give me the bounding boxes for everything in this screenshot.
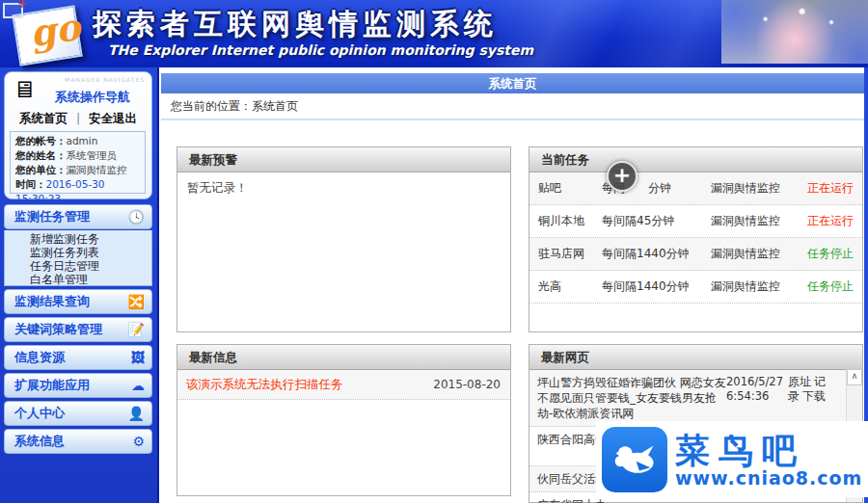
sidebar-item-label: 信息资源	[14, 350, 65, 364]
unit-row: 您的单位：漏洞舆情监控	[15, 163, 140, 177]
clock-icon: 🕓	[128, 205, 145, 228]
news-message: 该演示系统无法执行扫描任务	[177, 377, 433, 393]
task-management-submenu: 新增监测任务 监测任务列表 任务日志管理 白名单管理	[4, 230, 152, 286]
task-unit: 漏洞舆情监控	[711, 246, 807, 262]
status-badge: 正在运行	[807, 213, 862, 229]
latest-alerts-header: 最新预警	[177, 147, 510, 172]
watermark-text: 菜鸟吧 www.cniao8.com	[675, 432, 862, 488]
app-header: + go 探索者互联网舆情监测系统 THe Explorer Internet …	[0, 0, 868, 67]
nav-panel: 🖥 MANAGER NAVIGATES 系统操作导航 系统首页|安全退出 您的帐…	[4, 71, 152, 199]
page-time: 6:54:36	[726, 389, 769, 403]
sidebar-item-label: 监测结果查询	[14, 294, 90, 308]
name-label: 您的姓名：	[15, 149, 67, 161]
account-row: 您的帐号：admin	[15, 134, 140, 148]
account-value: admin	[67, 135, 98, 146]
page-titlebar: 系统首页	[161, 73, 864, 93]
nav-title: 系统操作导航	[55, 89, 130, 106]
current-tasks-panel: 当前任务 贴吧 每间 分钟 漏洞舆情监控 正在运行 铜川本地 每间隔45分钟 漏…	[529, 146, 863, 332]
latest-alerts-panel: 最新预警 暂无记录！	[176, 146, 511, 332]
submenu-item-task-log[interactable]: 任务日志管理	[5, 259, 151, 273]
current-tasks-header: 当前任务	[529, 147, 862, 172]
table-row: 贴吧 每间 分钟 漏洞舆情监控 正在运行	[529, 172, 862, 205]
nav-tagline: MANAGER NAVIGATES	[65, 76, 145, 83]
logo-go-text: go	[27, 5, 83, 56]
page-actions	[788, 497, 836, 503]
task-unit: 漏洞舆情监控	[711, 278, 807, 295]
page-title-link[interactable]: 坪山警方捣毁征婚诈骗团伙 网恋女友不愿见面只管要钱_女友要钱男友抢劫-欧依潮派资…	[529, 375, 726, 421]
download-link[interactable]: 下载	[802, 389, 826, 403]
latest-info-header: 最新信息	[177, 345, 510, 370]
time-label: 时间：	[15, 178, 46, 190]
task-interval: 每间隔1440分钟	[602, 278, 711, 295]
task-unit: 漏洞舆情监控	[711, 180, 807, 197]
scroll-up-button[interactable]: ∧	[847, 369, 862, 385]
photos-icon: 🖼	[131, 346, 145, 369]
task-name: 光高	[529, 278, 602, 295]
app-window: + go 探索者互联网舆情监测系统 THe Explorer Internet …	[0, 0, 868, 503]
unit-value: 漏洞舆情监控	[67, 164, 127, 175]
sidebar-item-task-management[interactable]: 监测任务管理 🕓	[4, 204, 152, 229]
sidebar-item-label: 系统信息	[14, 434, 65, 448]
list-item: 该演示系统无法执行扫描任务 2015-08-20	[177, 370, 510, 400]
person-icon: 👤	[128, 402, 145, 425]
link-separator: |	[76, 111, 80, 125]
header-banner-image	[721, 0, 868, 64]
task-interval: 每间隔45分钟	[602, 213, 711, 229]
task-name: 贴吧	[529, 180, 602, 197]
monitor-icon: 🖥	[13, 76, 36, 103]
watermark-brand: 菜鸟吧	[675, 432, 862, 468]
table-row: 光高 每间隔1440分钟 漏洞舆情监控 任务停止	[529, 271, 862, 304]
time-row: 时间：2016-05-30 15:30:23	[15, 177, 140, 206]
user-info-box: 您的帐号：admin 您的姓名：系统管理员 您的单位：漏洞舆情监控 时间：201…	[10, 131, 146, 194]
page-actions: 原址记录下载	[788, 375, 836, 421]
submenu-item-task-list[interactable]: 监测任务列表	[5, 246, 151, 259]
task-name: 驻马店网	[529, 246, 602, 262]
sidebar-item-info-resources[interactable]: 信息资源 🖼	[4, 345, 152, 370]
cloud-icon: ☁	[131, 374, 145, 397]
account-label: 您的帐号：	[15, 135, 67, 146]
dove-icon	[602, 427, 667, 492]
submenu-item-add-task[interactable]: 新增监测任务	[5, 232, 151, 246]
unit-label: 您的单位：	[15, 164, 67, 175]
list-item: 坪山警方捣毁征婚诈骗团伙 网恋女友不愿见面只管要钱_女友要钱男友抢劫-欧依潮派资…	[529, 370, 847, 427]
page-title-link[interactable]: 广东省网上办	[529, 497, 726, 503]
table-row: 驻马店网 每间隔1440分钟 漏洞舆情监控 任务停止	[529, 238, 862, 271]
cursor-overlay-icon: +	[607, 161, 637, 192]
watermark-site: www.cniao8.com	[675, 468, 862, 488]
sidebar-item-label: 监测任务管理	[14, 209, 90, 224]
sidebar-item-personal-center[interactable]: 个人中心 👤	[4, 401, 152, 426]
sidebar-item-system-info[interactable]: 系统信息 ⚙	[4, 429, 152, 454]
name-row: 您的姓名：系统管理员	[15, 148, 140, 163]
status-badge: 正在运行	[807, 180, 862, 197]
home-link[interactable]: 系统首页	[19, 111, 68, 125]
submenu-item-whitelist[interactable]: 白名单管理	[5, 273, 151, 286]
source-link[interactable]: 原址	[788, 375, 811, 388]
sidebar-item-label: 扩展功能应用	[14, 378, 90, 392]
sidebar-item-keyword-strategy[interactable]: 关键词策略管理 📝	[4, 317, 152, 342]
sidebar-item-label: 关键词策略管理	[14, 322, 102, 336]
latest-pages-header: 最新网页	[529, 345, 862, 370]
sidebar-item-result-query[interactable]: 监测结果查询 🔀	[4, 289, 152, 314]
arrows-icon: 🔀	[128, 290, 145, 313]
alerts-empty-text: 暂无记录！	[177, 172, 510, 204]
cniao8-watermark: 菜鸟吧 www.cniao8.com	[596, 421, 868, 497]
sidebar-item-extended-apps[interactable]: 扩展功能应用 ☁	[4, 373, 152, 398]
table-row: 铜川本地 每间隔45分钟 漏洞舆情监控 正在运行	[529, 205, 862, 238]
news-date: 2015-08-20	[433, 378, 510, 391]
quick-links: 系统首页|安全退出	[5, 111, 151, 127]
window-plus-icon: +	[3, 3, 23, 18]
name-value: 系统管理员	[67, 149, 118, 161]
edit-icon: 📝	[128, 318, 145, 341]
task-interval: 每间隔1440分钟	[602, 246, 711, 262]
page-datetime: 2016/5/27 6:54:36	[726, 375, 788, 421]
task-unit: 漏洞舆情监控	[711, 213, 807, 229]
logout-link[interactable]: 安全退出	[89, 111, 137, 125]
page-datetime	[726, 497, 788, 503]
gears-icon: ⚙	[132, 430, 145, 453]
status-badge: 任务停止	[807, 278, 862, 295]
task-name: 铜川本地	[529, 213, 602, 229]
status-badge: 任务停止	[807, 246, 862, 262]
plus-badge-icon: +	[17, 0, 27, 11]
page-date: 2016/5/27	[726, 375, 783, 388]
latest-info-panel: 最新信息 该演示系统无法执行扫描任务 2015-08-20	[176, 344, 511, 496]
